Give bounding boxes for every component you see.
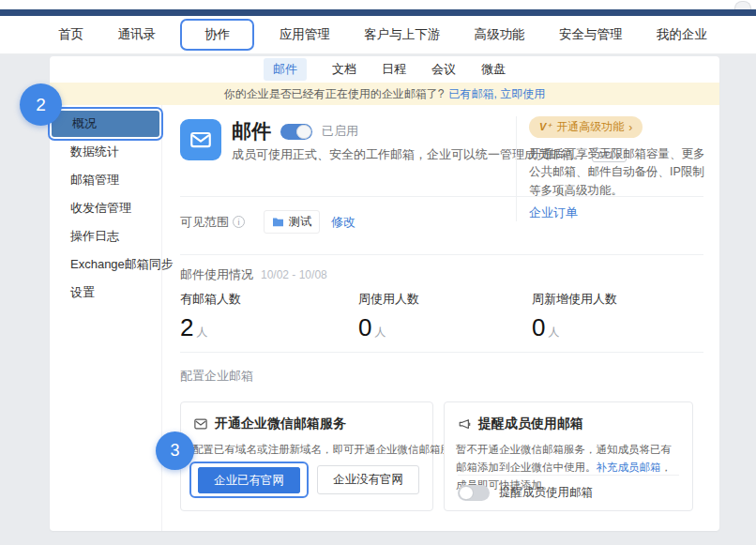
info-icon[interactable]: i	[233, 216, 245, 228]
notice-text: 你的企业是否已经有正在使用的企业邮箱了?	[224, 86, 445, 102]
premium-label: 开通高级功能	[556, 119, 624, 135]
stat-mailbox-users: 有邮箱人数 2人	[180, 291, 241, 342]
remind-members-card: 提醒成员使用邮箱 暂不开通企业微信邮箱服务，通知成员将已有邮箱添加到企业微信中使…	[444, 401, 693, 511]
remind-members-toggle[interactable]	[458, 485, 490, 501]
step-badge-3: 3	[156, 431, 194, 470]
notice-bar: 你的企业是否已经有正在使用的企业邮箱了? 已有邮箱, 立即使用	[50, 83, 719, 105]
sidebar-item-operation-log[interactable]: 操作日志	[50, 223, 161, 250]
usage-title: 邮件使用情况	[180, 266, 253, 283]
top-navigation: 首页 通讯录 协作 应用管理 客户与上下游 高级功能 安全与管理 我的企业	[0, 16, 756, 54]
nav-item-my-company[interactable]: 我的企业	[657, 26, 707, 43]
has-website-button[interactable]: 企业已有官网	[198, 467, 300, 493]
nav-item-collaboration[interactable]: 协作	[180, 19, 254, 51]
megaphone-icon	[458, 418, 471, 431]
stat-weekly-users: 周使用人数 0人	[358, 291, 419, 342]
edit-visible-range-link[interactable]: 修改	[331, 214, 355, 231]
sidebar-item-settings[interactable]: 设置	[50, 280, 161, 306]
config-section-label: 配置企业邮箱	[180, 368, 253, 385]
browser-top-strip	[0, 0, 756, 9]
page-title: 邮件	[232, 118, 271, 144]
tab-docs[interactable]: 文档	[332, 58, 356, 81]
window-corner	[734, 1, 751, 9]
card1-title: 开通企业微信邮箱服务	[215, 416, 346, 432]
visible-range-label: 可见范围	[180, 214, 229, 231]
app-top-bar	[0, 9, 756, 16]
step-badge-2: 2	[20, 83, 62, 126]
notice-link[interactable]: 已有邮箱, 立即使用	[449, 86, 546, 102]
sidebar-item-data-stats[interactable]: 数据统计	[50, 139, 161, 165]
usage-period: 10/02 - 10/08	[261, 268, 327, 281]
setup-mailbox-card: 开通企业微信邮箱服务 配置已有域名或注册新域名，即可开通企业微信邮箱服务。 企业…	[180, 401, 433, 511]
card2-title: 提醒成员使用邮箱	[478, 416, 583, 432]
step3-highlight-box: 企业已有官网	[189, 462, 309, 498]
tab-meeting[interactable]: 会议	[431, 58, 456, 81]
remind-toggle-label: 提醒成员使用邮箱	[499, 485, 593, 501]
tab-mail[interactable]: 邮件	[264, 58, 307, 81]
sidebar-item-mailbox-management[interactable]: 邮箱管理	[50, 167, 161, 193]
stat-weekly-new-users: 周新增使用人数 0人	[532, 291, 617, 342]
no-website-button[interactable]: 企业没有官网	[317, 465, 419, 494]
tab-calendar[interactable]: 日程	[382, 58, 406, 81]
mail-enabled-toggle[interactable]	[280, 124, 312, 140]
sidebar-item-send-receive-management[interactable]: 收发信管理	[50, 195, 161, 221]
chevron-right-icon: ›	[628, 121, 632, 134]
premium-description: 开通后可享受无限邮箱容量、更多公共邮箱、邮件自动备份、IP限制等多项高级功能。	[529, 145, 709, 200]
nav-item-advanced-features[interactable]: 高级功能	[475, 26, 525, 43]
nav-item-contacts[interactable]: 通讯录	[117, 26, 156, 43]
tab-drive[interactable]: 微盘	[481, 58, 506, 81]
folder-icon	[272, 217, 284, 227]
card1-description: 配置已有域名或注册新域名，即可开通企业微信邮箱服务。	[192, 441, 421, 459]
visible-scope-name: 测试	[289, 214, 311, 230]
divider	[180, 352, 703, 353]
premium-upgrade-button[interactable]: V⁺ 开通高级功能 ›	[529, 116, 643, 138]
divider	[180, 196, 703, 197]
mail-app-icon	[180, 119, 221, 160]
visible-scope-chip: 测试	[264, 210, 320, 234]
supplement-mailbox-link[interactable]: 补充成员邮箱	[597, 462, 661, 473]
sidebar-item-exchange-sync[interactable]: Exchange邮箱同步	[50, 251, 161, 278]
envelope-icon	[194, 418, 207, 430]
divider	[180, 254, 703, 255]
nav-item-home[interactable]: 首页	[58, 26, 83, 43]
nav-item-app-management[interactable]: 应用管理	[280, 26, 330, 43]
nav-item-customers-downstream[interactable]: 客户与上下游	[364, 26, 440, 43]
module-tabs: 邮件 文档 日程 会议 微盘	[50, 56, 719, 83]
content-panel: 邮件 文档 日程 会议 微盘 你的企业是否已经有正在使用的企业邮箱了? 已有邮箱…	[50, 56, 719, 531]
premium-icon: V⁺	[539, 121, 552, 133]
premium-section: V⁺ 开通高级功能 › 开通后可享受无限邮箱容量、更多公共邮箱、邮件自动备份、I…	[516, 116, 709, 221]
main-content: 邮件 已启用 成员可使用正式、安全的工作邮箱，企业可以统一管理成员邮箱。 API…	[162, 105, 719, 531]
sidebar-item-overview[interactable]: 概况	[52, 111, 159, 137]
nav-item-security-management[interactable]: 安全与管理	[559, 26, 623, 43]
enterprise-order-link[interactable]: 企业订单	[529, 204, 578, 221]
sidebar: 概况 数据统计 邮箱管理 收发信管理 操作日志 Exchange邮箱同步 设置	[50, 105, 162, 531]
divider	[458, 475, 679, 476]
mail-status: 已启用	[322, 123, 358, 140]
